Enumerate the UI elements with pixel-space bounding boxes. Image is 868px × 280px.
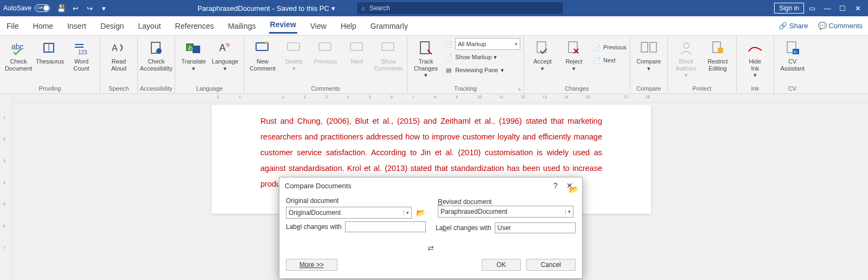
reject-icon	[565, 39, 583, 56]
cv-assistant-button[interactable]: inCV Assistant	[777, 38, 808, 80]
svg-text:abc: abc	[11, 42, 24, 51]
word-count-button[interactable]: 123Word Count	[66, 38, 97, 80]
reviewing-pane-icon: ▤	[444, 66, 453, 74]
tab-mailings[interactable]: Mailings	[227, 20, 257, 33]
track-changes-button[interactable]: Track Changes▾	[411, 38, 441, 80]
tab-home[interactable]: Home	[32, 20, 54, 33]
vertical-ruler[interactable]: 1 2 3 4 5 6 7	[0, 94, 13, 280]
accept-button[interactable]: Accept▾	[527, 38, 558, 80]
tab-view[interactable]: View	[309, 20, 328, 33]
group-label: CV	[774, 85, 811, 93]
translate-button[interactable]: あTranslate▾	[178, 38, 209, 80]
tab-grammarly[interactable]: Grammarly	[369, 20, 409, 33]
svg-rect-10	[193, 46, 200, 53]
markup-mode-combo[interactable]: 📄All Markup▾	[444, 38, 520, 50]
tab-review[interactable]: Review	[269, 18, 297, 34]
svg-rect-23	[641, 42, 648, 52]
toggle-off-icon[interactable]: Off	[35, 4, 50, 12]
tab-design[interactable]: Design	[99, 20, 125, 33]
tab-help[interactable]: Help	[340, 20, 358, 33]
svg-point-8	[156, 48, 162, 54]
reviewing-pane-button[interactable]: ▤Reviewing Pane ▾	[444, 64, 520, 76]
revised-document-combo[interactable]: ParaphrasedDocument▾	[438, 206, 573, 218]
prev-comment-button: Previous	[310, 38, 341, 80]
search-box[interactable]: ⌕ Search	[357, 2, 563, 14]
revised-document-label: Revised document	[438, 198, 573, 206]
check-document-button[interactable]: abcCheck Document	[3, 38, 34, 80]
autosave-toggle[interactable]: AutoSave Off	[3, 4, 50, 12]
ribbon-tabs: File Home Insert Design Layout Reference…	[0, 16, 868, 36]
browse-original-icon[interactable]: 📂	[415, 207, 426, 218]
svg-rect-20	[420, 42, 429, 54]
new-comment-button[interactable]: ✦New Comment	[247, 38, 278, 80]
prev-change-button[interactable]: 📄Previous	[592, 41, 627, 53]
next-comment-button: Next	[342, 38, 372, 80]
browse-revised-icon[interactable]: 📂	[568, 184, 579, 195]
group-cv: inCV Assistant CV	[774, 36, 811, 93]
svg-rect-16	[288, 43, 299, 50]
save-icon[interactable]: 💾	[56, 3, 67, 14]
tab-file[interactable]: File	[5, 20, 20, 33]
show-markup-button[interactable]: 📄Show Markup ▾	[444, 51, 520, 63]
show-comments-icon	[380, 39, 397, 56]
svg-point-25	[684, 43, 689, 48]
share-button[interactable]: 🔗 Share	[778, 22, 808, 30]
accessibility-icon	[148, 39, 165, 56]
language-icon: A字	[216, 39, 234, 56]
thesaurus-button[interactable]: Thesaurus	[35, 38, 65, 80]
chevron-down-icon[interactable]: ▾	[331, 4, 335, 12]
tab-insert[interactable]: Insert	[66, 20, 87, 33]
next-change-button[interactable]: 📄Next	[592, 54, 627, 66]
sign-in-button[interactable]: Sign in	[774, 3, 804, 14]
group-tracking: Track Changes▾ 📄All Markup▾ 📄Show Markup…	[407, 36, 524, 93]
hide-ink-button[interactable]: Hide Ink▾	[740, 38, 770, 80]
maximize-icon[interactable]: ☐	[837, 3, 848, 14]
label-changes-original-label: Label changes with	[286, 223, 342, 231]
ok-button[interactable]: OK	[482, 259, 520, 271]
tab-references[interactable]: References	[174, 20, 215, 33]
help-icon[interactable]: ?	[548, 181, 563, 190]
compare-button[interactable]: Compare▾	[634, 38, 664, 80]
svg-text:✦: ✦	[264, 41, 270, 47]
prev-change-icon: 📄	[592, 43, 601, 52]
original-document-combo[interactable]: OriginalDocument▾	[286, 207, 412, 219]
language-button[interactable]: A字Language▾	[210, 38, 240, 80]
minimize-icon[interactable]: —	[822, 3, 833, 14]
svg-text:in: in	[794, 49, 797, 54]
show-markup-icon: 📄	[444, 53, 453, 61]
comments-button[interactable]: 💬 Comments	[818, 22, 863, 30]
redo-icon[interactable]: ↪	[84, 3, 95, 14]
show-comments-button: Show Comments	[373, 38, 404, 80]
dialog-launcher-icon[interactable]: ↘	[517, 86, 521, 92]
thesaurus-icon	[41, 39, 59, 56]
tab-layout[interactable]: Layout	[137, 20, 162, 33]
label-changes-original-input[interactable]	[345, 221, 426, 232]
group-compare: Compare▾ Compare	[630, 36, 668, 93]
ribbon-display-icon[interactable]: ▭	[807, 3, 818, 14]
delete-comment-icon	[285, 39, 303, 56]
customize-qat-icon[interactable]: ▾	[98, 3, 109, 14]
check-accessibility-button[interactable]: Check Accessibility	[141, 38, 171, 80]
chevron-down-icon: ▾	[754, 72, 757, 79]
svg-rect-19	[382, 43, 394, 50]
group-protect: Block Authors▾ Restrict Editing Protect	[668, 36, 737, 93]
undo-icon[interactable]: ↩	[70, 3, 81, 14]
reject-button[interactable]: Reject▾	[559, 38, 589, 80]
swap-documents-icon[interactable]: ⇄	[279, 240, 582, 256]
horizontal-ruler[interactable]: 2 1 1 2 3 4 5 6 7 8 9 10 11 12 13 14 15 …	[13, 94, 868, 103]
close-icon[interactable]: ✕	[852, 3, 863, 14]
restrict-editing-button[interactable]: Restrict Editing	[703, 38, 733, 80]
autosave-label: AutoSave	[3, 4, 31, 12]
ribbon: abcCheck Document Thesaurus 123Word Coun…	[0, 36, 868, 94]
linkedin-icon: in	[784, 39, 801, 56]
chevron-down-icon: ▾	[494, 54, 497, 61]
cancel-button[interactable]: Cancel	[526, 259, 576, 271]
more-button[interactable]: More >>	[286, 259, 337, 271]
read-aloud-button[interactable]: ARead Aloud	[104, 38, 134, 80]
search-placeholder: Search	[369, 4, 390, 12]
translate-icon: あ	[185, 39, 202, 56]
label-changes-revised-input[interactable]: User	[495, 222, 576, 233]
chevron-down-icon: ▾	[572, 65, 576, 72]
accept-icon	[534, 39, 551, 56]
prev-comment-icon	[317, 39, 334, 56]
